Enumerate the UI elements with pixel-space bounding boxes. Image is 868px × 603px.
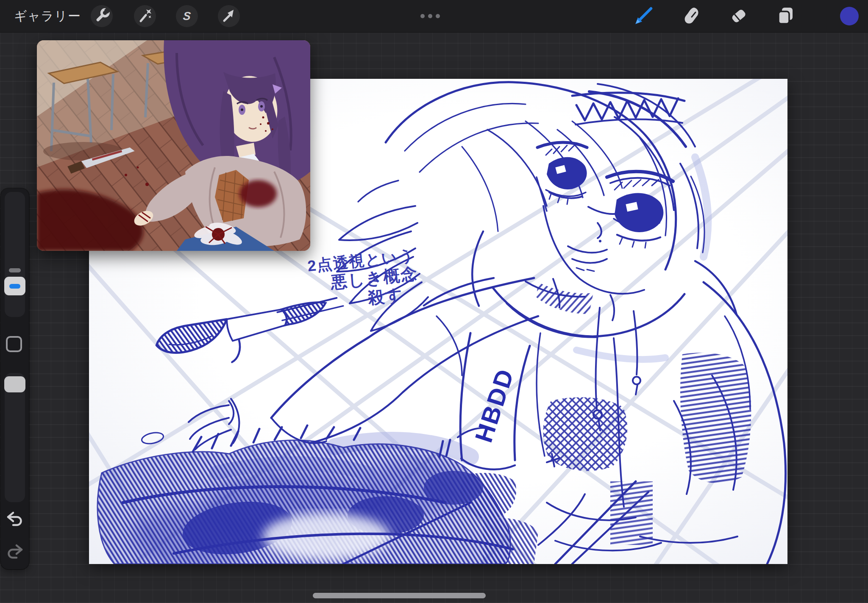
layers-button[interactable] (775, 5, 797, 27)
undo-icon (6, 511, 24, 528)
gallery-button[interactable]: ギャラリー (14, 0, 81, 32)
gallery-label: ギャラリー (14, 8, 81, 25)
size-handle-accent (9, 284, 20, 289)
sleeve-text: HBDD (470, 365, 519, 446)
wrench-icon (91, 5, 113, 27)
dot (436, 14, 440, 18)
transform-button[interactable] (218, 5, 240, 27)
smudge-tool-button[interactable] (680, 5, 702, 27)
brush-sidebar (1, 189, 29, 569)
paint-brush-icon (632, 5, 654, 27)
undo-button[interactable] (4, 510, 25, 529)
brush-size-handle[interactable] (4, 277, 25, 295)
brush-opacity-handle[interactable] (4, 376, 25, 392)
selection-button[interactable]: S (176, 5, 198, 27)
brush-tool-button[interactable] (632, 5, 654, 27)
handwritten-note: 2点透視という 悪しき概念 殺す (307, 246, 421, 314)
overflow-dots-button[interactable] (420, 0, 440, 32)
adjustments-button[interactable] (134, 5, 156, 27)
layers-icon (775, 5, 797, 27)
selection-icon: S (182, 10, 191, 23)
redo-button[interactable] (4, 542, 25, 562)
dot (420, 14, 425, 18)
color-swatch-button[interactable] (840, 7, 859, 25)
magic-wand-icon (134, 5, 156, 27)
previous-size-tick (9, 268, 21, 272)
reference-image-window[interactable] (37, 40, 310, 251)
home-indicator[interactable] (313, 593, 486, 598)
top-toolbar: ギャラリー S (0, 0, 868, 33)
reference-image (37, 40, 310, 251)
smudge-finger-icon (680, 5, 702, 27)
eraser-icon (727, 5, 749, 27)
actions-button[interactable] (91, 5, 113, 27)
eraser-tool-button[interactable] (727, 5, 749, 27)
redo-icon (6, 544, 24, 561)
brush-size-slider[interactable] (5, 192, 25, 317)
transform-arrow-icon (218, 5, 240, 27)
modify-button[interactable] (6, 336, 22, 352)
dot (428, 14, 432, 18)
